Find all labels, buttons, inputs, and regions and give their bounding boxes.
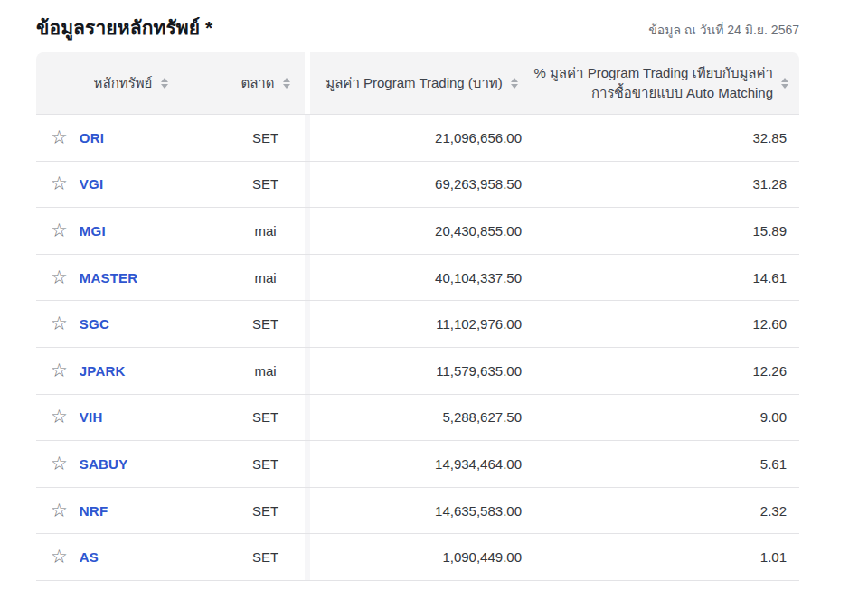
- cell-value: 5,288,627.50: [310, 395, 533, 441]
- symbol-link[interactable]: NRF: [80, 503, 108, 519]
- sort-icon[interactable]: [161, 78, 168, 89]
- cell-market: SET: [226, 395, 305, 441]
- sort-icon[interactable]: [283, 78, 290, 89]
- header-block-left: หลักทรัพย์ ตลาด: [36, 52, 305, 114]
- table-row: ☆ ORI SET 21,096,656.00 32.85: [36, 115, 799, 162]
- cell-symbol: ☆ MGI: [36, 208, 226, 254]
- as-of-date: ข้อมูล ณ วันที่ 24 มิ.ย. 2567: [648, 20, 799, 42]
- symbol-link[interactable]: SABUY: [80, 456, 128, 472]
- cell-symbol: ☆ VIH: [36, 395, 226, 441]
- favorite-star-icon[interactable]: ☆: [51, 501, 68, 520]
- cell-value: 40,104,337.50: [310, 255, 533, 301]
- table-row: ☆ JPARK mai 11,579,635.00 12.26: [36, 348, 799, 395]
- cell-percent: 31.28: [533, 162, 799, 208]
- cell-percent: 2.32: [533, 488, 799, 534]
- cell-symbol: ☆ SGC: [36, 301, 226, 347]
- cell-value: 14,934,464.00: [310, 441, 533, 487]
- table-row: ☆ VIH SET 5,288,627.50 9.00: [36, 395, 799, 442]
- symbol-link[interactable]: JPARK: [80, 363, 126, 379]
- cell-percent: 1.01: [533, 534, 799, 580]
- symbol-link[interactable]: MGI: [80, 223, 106, 239]
- symbol-link[interactable]: AS: [80, 549, 99, 565]
- cell-symbol: ☆ JPARK: [36, 348, 226, 394]
- column-header-market[interactable]: ตลาด: [226, 52, 305, 114]
- table-header: หลักทรัพย์ ตลาด มูลค่า Program Trading (…: [36, 52, 799, 114]
- page-title: ข้อมูลรายหลักทรัพย์ *: [36, 13, 212, 42]
- favorite-star-icon[interactable]: ☆: [51, 314, 68, 333]
- cell-symbol: ☆ MASTER: [36, 255, 226, 301]
- cell-symbol: ☆ ORI: [36, 115, 226, 161]
- cell-percent: 14.61: [533, 255, 799, 301]
- table-row: ☆ SGC SET 11,102,976.00 12.60: [36, 301, 799, 348]
- symbol-link[interactable]: SGC: [80, 316, 109, 332]
- cell-symbol: ☆ AS: [36, 534, 226, 580]
- symbol-link[interactable]: VIH: [80, 409, 103, 425]
- cell-value: 11,102,976.00: [310, 301, 533, 347]
- cell-percent: 5.61: [533, 441, 799, 487]
- page: ข้อมูลรายหลักทรัพย์ * ข้อมูล ณ วันที่ 24…: [0, 0, 868, 590]
- column-header-percent-label: % มูลค่า Program Trading เทียบกับมูลค่า …: [533, 63, 773, 103]
- section-header: ข้อมูลรายหลักทรัพย์ * ข้อมูล ณ วันที่ 24…: [36, 0, 799, 42]
- cell-symbol: ☆ NRF: [36, 488, 226, 534]
- table-row: ☆ MASTER mai 40,104,337.50 14.61: [36, 255, 799, 302]
- favorite-star-icon[interactable]: ☆: [51, 454, 68, 473]
- header-block-right: มูลค่า Program Trading (บาท) % มูลค่า Pr…: [310, 52, 799, 114]
- favorite-star-icon[interactable]: ☆: [51, 548, 68, 567]
- cell-market: mai: [226, 255, 305, 301]
- cell-percent: 32.85: [533, 115, 799, 161]
- securities-section: ข้อมูลรายหลักทรัพย์ * ข้อมูล ณ วันที่ 24…: [36, 0, 799, 581]
- symbol-link[interactable]: VGI: [80, 176, 103, 192]
- table-row: ☆ SABUY SET 14,934,464.00 5.61: [36, 441, 799, 488]
- cell-percent: 15.89: [533, 208, 799, 254]
- column-header-market-label: ตลาด: [241, 72, 274, 94]
- sort-icon[interactable]: [511, 78, 518, 89]
- cell-value: 20,430,855.00: [310, 208, 533, 254]
- cell-market: SET: [226, 441, 305, 487]
- sort-icon[interactable]: [781, 78, 788, 89]
- favorite-star-icon[interactable]: ☆: [51, 361, 68, 380]
- column-header-value[interactable]: มูลค่า Program Trading (บาท): [310, 52, 533, 114]
- column-header-percent[interactable]: % มูลค่า Program Trading เทียบกับมูลค่า …: [533, 52, 799, 114]
- column-header-symbol[interactable]: หลักทรัพย์: [36, 52, 226, 114]
- cell-market: SET: [226, 534, 305, 580]
- cell-percent: 9.00: [533, 395, 799, 441]
- cell-value: 69,263,958.50: [310, 162, 533, 208]
- column-header-symbol-label: หลักทรัพย์: [94, 72, 153, 94]
- favorite-star-icon[interactable]: ☆: [51, 174, 68, 193]
- program-trading-table: หลักทรัพย์ ตลาด มูลค่า Program Trading (…: [36, 52, 799, 581]
- cell-market: SET: [226, 115, 305, 161]
- cell-value: 21,096,656.00: [310, 115, 533, 161]
- table-row: ☆ VGI SET 69,263,958.50 31.28: [36, 162, 799, 209]
- table-body: ☆ ORI SET 21,096,656.00 32.85 ☆ VGI SET …: [36, 114, 799, 581]
- column-header-value-label: มูลค่า Program Trading (บาท): [326, 72, 502, 94]
- favorite-star-icon[interactable]: ☆: [51, 407, 68, 426]
- cell-symbol: ☆ VGI: [36, 162, 226, 208]
- favorite-star-icon[interactable]: ☆: [51, 268, 68, 287]
- symbol-link[interactable]: ORI: [80, 130, 104, 145]
- cell-symbol: ☆ SABUY: [36, 441, 226, 487]
- cell-percent: 12.60: [533, 301, 799, 347]
- cell-value: 1,090,449.00: [310, 534, 533, 580]
- cell-market: SET: [226, 488, 305, 534]
- table-row: ☆ NRF SET 14,635,583.00 2.32: [36, 488, 799, 535]
- table-row: ☆ MGI mai 20,430,855.00 15.89: [36, 208, 799, 255]
- cell-market: SET: [226, 301, 305, 347]
- cell-percent: 12.26: [533, 348, 799, 394]
- cell-value: 14,635,583.00: [310, 488, 533, 534]
- favorite-star-icon[interactable]: ☆: [51, 128, 68, 147]
- cell-market: mai: [226, 348, 305, 394]
- cell-value: 11,579,635.00: [310, 348, 533, 394]
- cell-market: SET: [226, 162, 305, 208]
- symbol-link[interactable]: MASTER: [80, 270, 138, 286]
- favorite-star-icon[interactable]: ☆: [51, 221, 68, 240]
- table-row: ☆ AS SET 1,090,449.00 1.01: [36, 534, 799, 581]
- cell-market: mai: [226, 208, 305, 254]
